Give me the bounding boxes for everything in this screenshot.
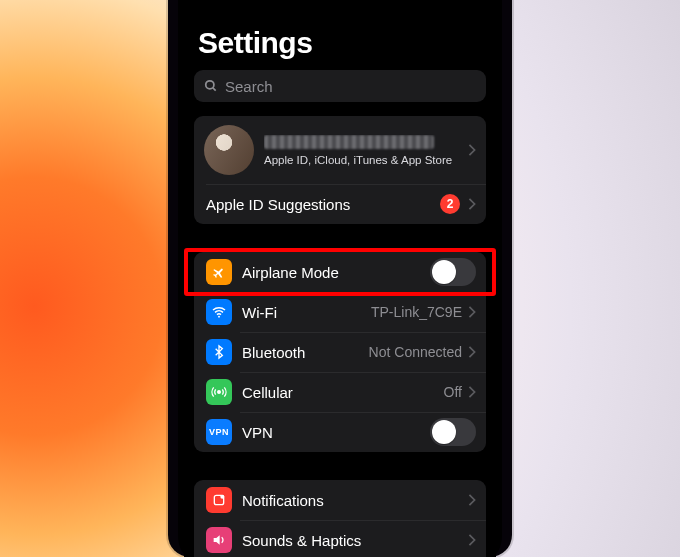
notifications-icon bbox=[206, 487, 232, 513]
sounds-row[interactable]: Sounds & Haptics bbox=[194, 520, 486, 557]
wifi-detail: TP-Link_7C9E bbox=[371, 304, 462, 320]
airplane-mode-row[interactable]: Airplane Mode bbox=[194, 252, 486, 292]
profile-name-redacted bbox=[264, 135, 434, 149]
system-group: Notifications Sounds & Haptics Do Not Di… bbox=[194, 480, 486, 557]
suggestions-badge: 2 bbox=[440, 194, 460, 214]
notifications-label: Notifications bbox=[242, 492, 468, 509]
wifi-icon bbox=[206, 299, 232, 325]
cellular-detail: Off bbox=[444, 384, 462, 400]
apple-id-suggestions-label: Apple ID Suggestions bbox=[206, 196, 440, 213]
vpn-icon: VPN bbox=[206, 419, 232, 445]
vpn-label: VPN bbox=[242, 424, 430, 441]
chevron-right-icon bbox=[468, 346, 476, 358]
profile-row[interactable]: Apple ID, iCloud, iTunes & App Store bbox=[194, 116, 486, 184]
cellular-label: Cellular bbox=[242, 384, 444, 401]
phone-frame: Settings Search Apple ID, iCloud, iTunes… bbox=[168, 0, 512, 557]
avatar bbox=[204, 125, 254, 175]
chevron-right-icon bbox=[468, 534, 476, 546]
bluetooth-icon bbox=[206, 339, 232, 365]
page-title: Settings bbox=[184, 0, 496, 70]
airplane-mode-label: Airplane Mode bbox=[242, 264, 430, 281]
bluetooth-row[interactable]: Bluetooth Not Connected bbox=[194, 332, 486, 372]
chevron-right-icon bbox=[468, 494, 476, 506]
cellular-row[interactable]: Cellular Off bbox=[194, 372, 486, 412]
chevron-right-icon bbox=[468, 144, 476, 156]
wifi-row[interactable]: Wi-Fi TP-Link_7C9E bbox=[194, 292, 486, 332]
svg-point-0 bbox=[206, 81, 214, 89]
vpn-row[interactable]: VPN VPN bbox=[194, 412, 486, 452]
svg-point-3 bbox=[218, 391, 221, 394]
network-group: Airplane Mode Wi-Fi TP-Link_7C9E Bluetoo bbox=[194, 252, 486, 452]
bluetooth-detail: Not Connected bbox=[369, 344, 462, 360]
vpn-toggle[interactable] bbox=[430, 418, 476, 446]
notifications-row[interactable]: Notifications bbox=[194, 480, 486, 520]
svg-line-1 bbox=[213, 88, 216, 91]
chevron-right-icon bbox=[468, 306, 476, 318]
apple-id-suggestions-row[interactable]: Apple ID Suggestions 2 bbox=[194, 184, 486, 224]
search-placeholder: Search bbox=[225, 78, 273, 95]
chevron-right-icon bbox=[468, 386, 476, 398]
sounds-icon bbox=[206, 527, 232, 553]
chevron-right-icon bbox=[468, 198, 476, 210]
airplane-mode-toggle[interactable] bbox=[430, 258, 476, 286]
desktop-wallpaper: Settings Search Apple ID, iCloud, iTunes… bbox=[0, 0, 680, 557]
profile-group: Apple ID, iCloud, iTunes & App Store App… bbox=[194, 116, 486, 224]
search-icon bbox=[204, 79, 218, 93]
airplane-icon bbox=[206, 259, 232, 285]
svg-point-5 bbox=[220, 495, 224, 499]
screen: Settings Search Apple ID, iCloud, iTunes… bbox=[184, 0, 496, 557]
search-input[interactable]: Search bbox=[194, 70, 486, 102]
bluetooth-label: Bluetooth bbox=[242, 344, 369, 361]
svg-point-2 bbox=[218, 316, 220, 318]
wifi-label: Wi-Fi bbox=[242, 304, 371, 321]
profile-subtitle: Apple ID, iCloud, iTunes & App Store bbox=[264, 154, 468, 166]
cellular-icon bbox=[206, 379, 232, 405]
sounds-label: Sounds & Haptics bbox=[242, 532, 468, 549]
